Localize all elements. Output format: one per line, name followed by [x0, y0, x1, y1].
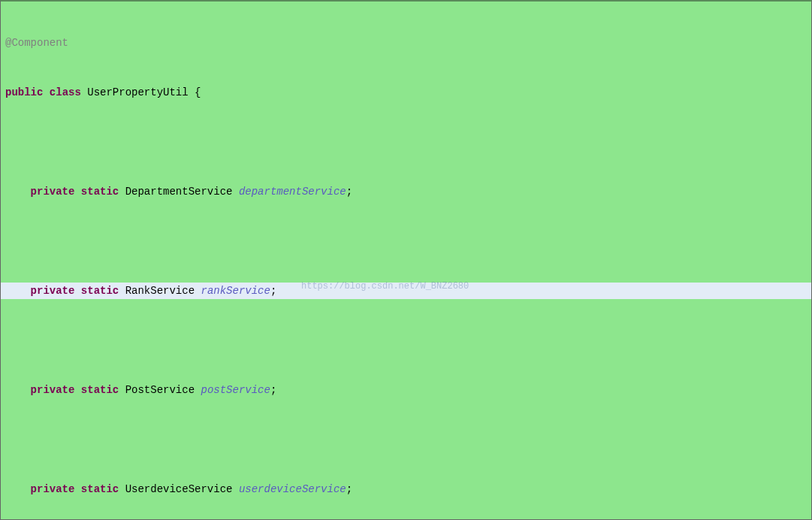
keyword-static: static — [81, 483, 119, 495]
semicolon: ; — [270, 285, 276, 297]
keyword-public: public — [5, 86, 43, 98]
keyword-private: private — [31, 384, 75, 396]
keyword-private: private — [31, 186, 75, 198]
blank-line — [1, 233, 811, 249]
code-editor[interactable]: @Component public class UserPropertyUtil… — [1, 2, 811, 519]
blank-line — [1, 431, 811, 448]
class-name: UserPropertyUtil — [87, 86, 188, 98]
field-name: rankService — [201, 285, 270, 297]
blank-line — [1, 332, 811, 349]
keyword-static: static — [81, 384, 119, 396]
semicolon: ; — [270, 384, 276, 396]
blank-line — [1, 134, 811, 150]
code-line: private static PostService postService; — [1, 382, 811, 398]
annotation: @Component — [5, 37, 68, 49]
keyword-static: static — [81, 186, 119, 198]
keyword-class: class — [50, 86, 81, 98]
code-line: @Component — [1, 35, 811, 51]
type-name: DepartmentService — [125, 186, 233, 198]
keyword-private: private — [31, 483, 75, 495]
type-name: UserdeviceService — [125, 483, 233, 495]
type-name: PostService — [125, 384, 195, 396]
keyword-static: static — [81, 285, 119, 297]
field-name: departmentService — [239, 186, 346, 198]
brace-open: { — [195, 86, 201, 98]
type-name: RankService — [125, 285, 195, 297]
semicolon: ; — [346, 483, 352, 495]
field-name: userdeviceService — [239, 483, 346, 495]
highlighted-line: private static RankService rankService; — [1, 283, 811, 299]
semicolon: ; — [346, 186, 352, 198]
code-line: private static UserdeviceService userdev… — [1, 481, 811, 497]
code-line: private static DepartmentService departm… — [1, 183, 811, 200]
keyword-private: private — [31, 285, 75, 297]
code-line: public class UserPropertyUtil { — [1, 84, 811, 101]
field-name: postService — [201, 384, 270, 396]
